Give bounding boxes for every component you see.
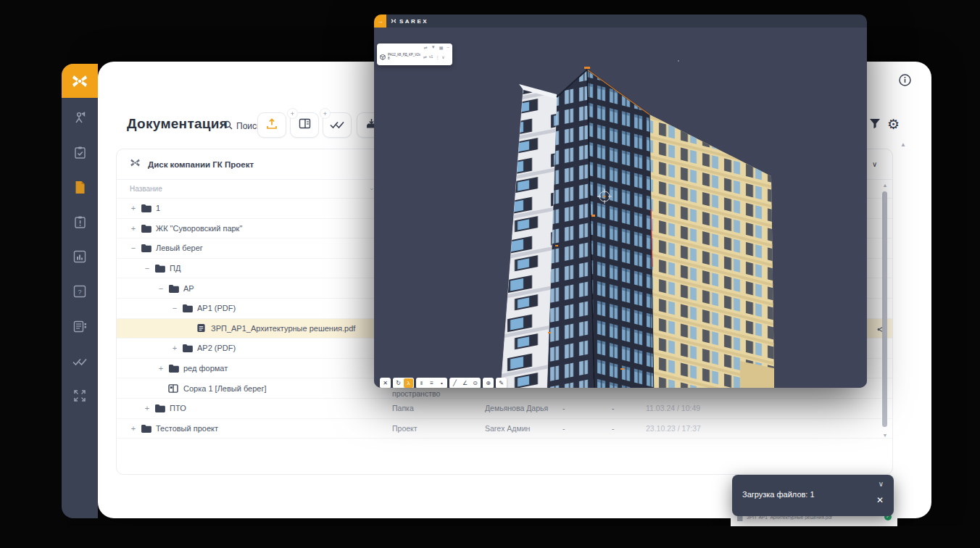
sidebar-item-document[interactable] [62,171,98,206]
sidebar-item-register[interactable] [62,310,98,345]
grid-icon[interactable]: ▦ [439,45,444,51]
screen-edge [0,526,980,548]
model-name[interactable]: РА12_К8_РД_КР_V2х8 [388,53,421,60]
sidebar-item-clipboard-check[interactable] [62,136,98,171]
station-icon [73,111,87,128]
viewer-toolbar-group: ‖≡• [416,378,447,388]
sidebar-item-expand[interactable] [62,380,98,415]
cell-date: 11.03.24 / 10:49 [646,404,700,412]
more-icon[interactable]: ⋮ [435,54,439,59]
expander-icon[interactable]: + [128,424,138,433]
scrollbar-thumb[interactable] [882,191,887,427]
file-icon [194,323,208,333]
chevron-down-icon[interactable]: ∨ [441,54,444,59]
minimize-icon[interactable]: − [447,45,449,51]
model-panel: ⇄ ▼ ▦ − РА12_К8_РД_КР_V2х8 ⇄ v1 ⋮ ∨ [377,43,452,65]
tree-row[interactable]: +Тестовый проектПроектSarex Админ--23.10… [117,419,892,439]
globe-icon[interactable]: ⊕ [483,378,493,388]
tree-row-label: АР1 (PDF) [197,304,236,312]
expander-icon[interactable]: + [156,364,166,373]
clipboard-check-icon [74,146,86,162]
register-icon [73,320,87,336]
expander-icon[interactable]: − [170,304,180,312]
expander-icon[interactable]: + [128,224,138,233]
cell-col5: - [612,404,615,412]
scroll-up-icon[interactable]: ▲ [882,183,888,188]
folder-icon [138,424,153,433]
fit-screen-icon[interactable]: ✕ [381,378,390,388]
measure-icon[interactable]: ╱ [450,378,460,388]
svg-text:?: ? [78,288,81,296]
double-check-button[interactable]: + [323,112,352,138]
orbit-icon[interactable]: ↻ [394,378,403,388]
tree-row-label: 1 [156,204,160,212]
desktop: ? Документация Поиск ++ ⚙ ▲ ∨ Диск компа… [0,0,980,548]
layers-icon[interactable]: ≡ [427,378,436,388]
viewer-canvas[interactable]: ⇄ ▼ ▦ − РА12_К8_РД_КР_V2х8 ⇄ v1 ⋮ ∨ ✕ [374,28,867,388]
search-box[interactable]: Поиск [223,120,260,133]
columns-button[interactable]: + [290,112,319,138]
bar-chart-icon [73,250,86,266]
expander-icon[interactable]: − [128,244,138,252]
scroll-up-icon[interactable]: ▲ [900,141,906,148]
expander-icon[interactable]: − [142,264,152,273]
chevron-down-icon[interactable]: ∨ [872,160,877,168]
viewer-toolbar-group: ✕ [380,378,391,388]
add-badge[interactable]: + [320,108,331,119]
gear-icon[interactable]: ⚙ [887,116,900,133]
tree-row-label: Тестовый проект [156,424,218,433]
column-name[interactable]: Название [130,185,162,193]
table-scrollbar[interactable]: ▲ ▼ [882,183,888,438]
swap-icon[interactable]: ⇄ [423,54,427,59]
expander-icon[interactable]: + [128,204,138,212]
search-icon [223,120,233,133]
double-check-icon [330,119,344,132]
pencil-icon[interactable]: ✎ [497,378,506,388]
info-icon[interactable] [899,74,911,89]
viewer-toolbar-group: ╱∠⊙ [449,378,481,388]
walk-mode-icon[interactable]: λ [404,378,413,388]
double-check-icon [72,356,87,369]
scroll-down-icon[interactable]: ▼ [882,433,888,438]
section-icon[interactable]: ‖ [417,378,426,388]
sidebar-item-bar-chart[interactable] [62,241,98,275]
sidebar: ? [62,64,98,518]
viewer-brand-label: SAREX [399,18,428,25]
dock-tab-icon[interactable]: → [374,14,386,28]
chevron-down-icon[interactable]: ∨ [879,480,884,488]
expander-icon[interactable]: − [156,284,166,293]
folder-icon [138,244,153,252]
swap-icon[interactable]: ⇄ [424,45,428,51]
cell-date: 23.10.23 / 17:37 [646,424,701,433]
viewer-titlebar[interactable]: → SAREX [374,14,867,28]
folder-icon [166,364,180,373]
sidebar-item-double-check[interactable] [62,345,98,380]
tree-row-label: Левый берег [156,244,203,252]
filter-icon[interactable]: ▼ [431,45,436,51]
upload-button[interactable] [257,112,286,138]
help-icon: ? [73,285,86,301]
expander-icon[interactable]: + [142,404,152,412]
filter-icon[interactable] [869,118,881,132]
upload-toast-title: Загрузка файлов: 1 [742,490,815,499]
sidebar-item-help[interactable]: ? [62,275,98,310]
point-icon[interactable]: • [437,378,447,388]
angle-icon[interactable]: ∠ [460,378,470,388]
viewer-window: → SAREX [374,14,867,388]
tree-row-label: ЖК "Суворовский парк" [156,224,242,233]
expand-icon [73,389,86,405]
expander-icon[interactable]: + [170,344,180,352]
close-icon[interactable]: ✕ [876,495,884,505]
camera-icon[interactable]: ⊙ [470,378,480,388]
model-version[interactable]: v1 [429,54,433,59]
sarex-logo[interactable] [62,64,98,98]
cell-col4: - [562,424,565,433]
cube-icon [380,50,386,63]
sidebar-item-clipboard-alert[interactable] [62,206,98,241]
cell-type: Папка [392,404,414,412]
tree-row[interactable]: +ПТОПапкаДемьянова Дарья--11.03.24 / 10:… [117,399,892,419]
add-badge[interactable]: + [287,108,298,119]
cell-col4: - [562,404,565,412]
board-icon [166,384,180,393]
sidebar-item-station[interactable] [62,101,98,136]
